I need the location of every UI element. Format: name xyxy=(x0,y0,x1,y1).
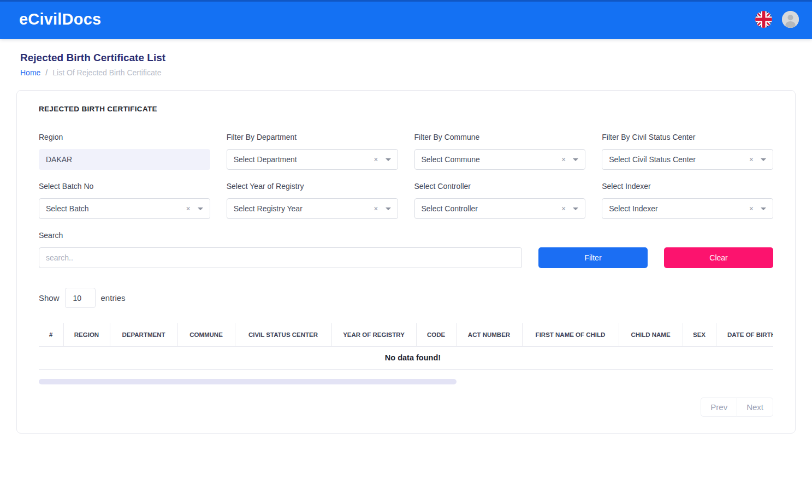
breadcrumb: Home / List Of Rejected Birth Certificat… xyxy=(20,68,792,77)
controller-field: Select Controller Select Controller × xyxy=(414,182,586,219)
search-label: Search xyxy=(39,231,522,240)
commune-select[interactable]: Select Commune × xyxy=(414,149,586,170)
commune-label: Filter By Commune xyxy=(414,133,586,141)
breadcrumb-home-link[interactable]: Home xyxy=(20,68,40,77)
civil-status-center-label: Filter By Civil Status Center xyxy=(602,133,773,141)
breadcrumb-separator: / xyxy=(45,68,48,77)
entries-count-input[interactable] xyxy=(65,288,96,308)
brand-logo[interactable]: eCivilDocs xyxy=(19,10,101,28)
batch-label: Select Batch No xyxy=(39,182,210,191)
commune-field: Filter By Commune Select Commune × xyxy=(414,133,586,170)
page-title: Rejected Birth Certificate List xyxy=(20,52,792,64)
clear-icon[interactable]: × xyxy=(186,205,191,212)
department-field: Filter By Department Select Department × xyxy=(227,133,398,170)
batch-field: Select Batch No Select Batch × xyxy=(39,182,210,219)
civil-status-center-select-value: Select Civil Status Center xyxy=(609,155,696,164)
filter-button[interactable]: Filter xyxy=(538,247,648,268)
horizontal-scrollbar-thumb[interactable] xyxy=(39,379,457,384)
horizontal-scrollbar-track xyxy=(39,379,773,384)
avatar-icon xyxy=(782,11,799,28)
indexer-label: Select Indexer xyxy=(602,182,773,191)
column-header-child-name: CHILD NAME xyxy=(619,323,683,347)
clear-icon[interactable]: × xyxy=(374,156,378,163)
search-row: Search Filter Clear xyxy=(39,231,773,268)
controller-label: Select Controller xyxy=(414,182,586,191)
column-header-date-of-birth: DATE OF BIRTH xyxy=(716,323,773,347)
clear-button[interactable]: Clear xyxy=(664,247,773,268)
user-menu-avatar[interactable] xyxy=(782,11,799,28)
search-input[interactable] xyxy=(39,247,522,268)
registry-year-select[interactable]: Select Registry Year × xyxy=(227,198,398,219)
civil-status-center-select[interactable]: Select Civil Status Center × xyxy=(602,149,773,170)
pagination: Prev Next xyxy=(39,398,773,417)
table-header-row: # REGION DEPARTMENT COMMUNE CIVIL STATUS… xyxy=(39,323,773,347)
table-viewport: # REGION DEPARTMENT COMMUNE CIVIL STATUS… xyxy=(39,323,773,370)
chevron-down-icon[interactable] xyxy=(386,207,391,210)
language-switcher-uk-flag-icon[interactable] xyxy=(755,11,772,28)
chevron-down-icon[interactable] xyxy=(761,207,766,210)
breadcrumb-current: List Of Rejected Birth Certificate xyxy=(52,68,161,77)
region-label: Region xyxy=(39,133,210,141)
show-label: Show xyxy=(39,293,60,303)
prev-page-button[interactable]: Prev xyxy=(701,398,737,417)
column-header-year-of-registry: YEAR OF REGISTRY xyxy=(331,323,416,347)
indexer-field: Select Indexer Select Indexer × xyxy=(602,182,773,219)
column-header-commune: COMMUNE xyxy=(177,323,235,347)
controller-select-value: Select Controller xyxy=(422,204,478,213)
controller-select[interactable]: Select Controller × xyxy=(414,198,586,219)
region-input[interactable]: DAKAR xyxy=(39,149,210,170)
department-label: Filter By Department xyxy=(227,133,398,141)
rejected-birth-certificate-card: REJECTED BIRTH CERTIFICATE Region DAKAR … xyxy=(16,90,796,434)
registry-year-field: Select Year of Registry Select Registry … xyxy=(227,182,398,219)
no-data-message: No data found! xyxy=(39,347,773,370)
registry-year-label: Select Year of Registry xyxy=(227,182,398,191)
chevron-down-icon[interactable] xyxy=(198,207,203,210)
batch-select[interactable]: Select Batch × xyxy=(39,198,210,219)
filter-grid: Region DAKAR Filter By Department Select… xyxy=(39,133,773,219)
indexer-select-value: Select Indexer xyxy=(609,204,658,213)
page-header: Rejected Birth Certificate List Home / L… xyxy=(0,39,812,77)
chevron-down-icon[interactable] xyxy=(573,158,578,161)
column-header-region: REGION xyxy=(63,323,110,347)
chevron-down-icon[interactable] xyxy=(573,207,578,210)
batch-select-value: Select Batch xyxy=(46,204,89,213)
civil-status-center-field: Filter By Civil Status Center Select Civ… xyxy=(602,133,773,170)
commune-select-value: Select Commune xyxy=(422,155,480,164)
entries-label: entries xyxy=(101,293,126,303)
column-header-sex: SEX xyxy=(683,323,716,347)
top-navbar: eCivilDocs xyxy=(0,0,812,39)
chevron-down-icon[interactable] xyxy=(761,158,766,161)
column-header-department: DEPARTMENT xyxy=(110,323,177,347)
indexer-select[interactable]: Select Indexer × xyxy=(602,198,773,219)
card-title: REJECTED BIRTH CERTIFICATE xyxy=(39,105,773,113)
department-select-value: Select Department xyxy=(234,155,297,164)
column-header-code: CODE xyxy=(416,323,456,347)
next-page-button[interactable]: Next xyxy=(737,398,773,417)
clear-icon[interactable]: × xyxy=(561,156,566,163)
search-field: Search xyxy=(39,231,522,268)
uk-flag-icon xyxy=(755,11,772,28)
department-select[interactable]: Select Department × xyxy=(227,149,398,170)
clear-icon[interactable]: × xyxy=(374,205,378,212)
column-header-index: # xyxy=(39,323,63,347)
region-field: Region DAKAR xyxy=(39,133,210,170)
column-header-civil-status-center: CIVIL STATUS CENTER xyxy=(235,323,331,347)
chevron-down-icon[interactable] xyxy=(386,158,391,161)
clear-icon[interactable]: × xyxy=(749,156,754,163)
rejected-certificates-table: # REGION DEPARTMENT COMMUNE CIVIL STATUS… xyxy=(39,323,773,370)
region-value: DAKAR xyxy=(46,155,72,164)
topbar-actions xyxy=(755,11,799,28)
registry-year-select-value: Select Registry Year xyxy=(234,204,303,213)
column-header-first-name-of-child: FIRST NAME OF CHILD xyxy=(522,323,619,347)
clear-icon[interactable]: × xyxy=(749,205,754,212)
column-header-act-number: ACT NUMBER xyxy=(456,323,522,347)
clear-icon[interactable]: × xyxy=(561,205,566,212)
entries-length-control: Show entries xyxy=(39,288,773,308)
empty-state-row: No data found! xyxy=(39,347,773,370)
